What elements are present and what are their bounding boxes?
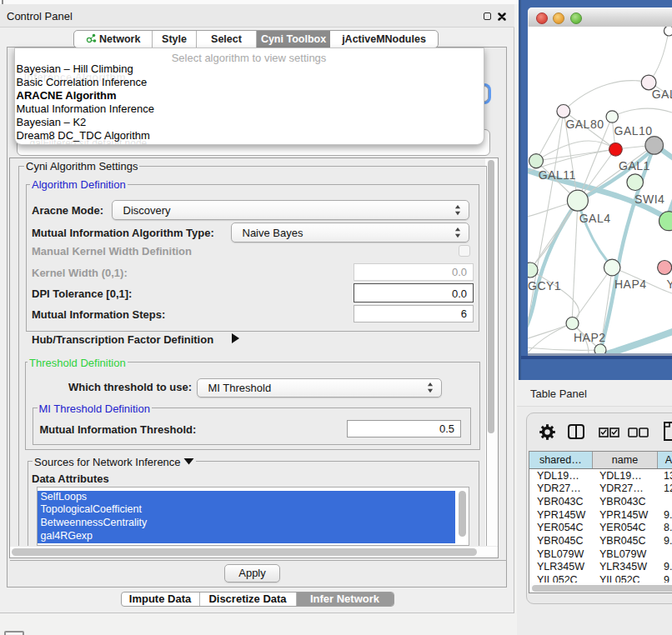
svg-text:GAL80: GAL80 [565,118,604,131]
svg-text:Y: Y [667,278,672,291]
svg-text:HAP2: HAP2 [574,331,606,344]
svg-text:GAL4: GAL4 [579,212,611,225]
svg-text:GAL1: GAL1 [619,159,650,172]
svg-text:GAL11: GAL11 [539,168,576,182]
svg-text:GCY1: GCY1 [528,279,561,292]
svg-text:HAP4: HAP4 [614,278,647,291]
svg-text:GAL10: GAL10 [614,124,653,138]
svg-text:GAL: GAL [652,88,672,101]
svg-text:SWI4: SWI4 [634,192,664,206]
